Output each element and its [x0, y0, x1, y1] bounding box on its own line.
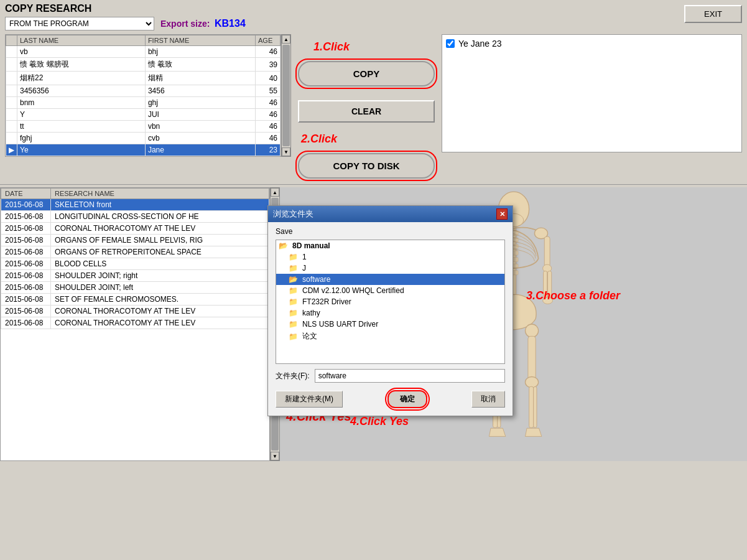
col-first-name: FIRST NAME: [145, 35, 255, 46]
svg-rect-13: [544, 236, 550, 266]
row-date: 2015-06-08: [1, 199, 51, 211]
research-scroll-down[interactable]: ▼: [271, 452, 279, 460]
tree-item[interactable]: 📁NLS USB UART Driver: [276, 319, 504, 330]
row-research-name: CORONAL THORACOTOMY AT THE LEV: [51, 306, 269, 317]
col-date: DATE: [1, 189, 51, 199]
folder-icon: 📁: [289, 332, 298, 341]
row-research-name: ORGANS OF RETROPERITONEAL SPACE: [51, 246, 269, 258]
row-research-name: SET OF FEMALE CHROMOSOMES.: [51, 294, 269, 306]
cancel-button[interactable]: 取消: [471, 391, 505, 408]
row-last-name: Ye: [17, 144, 146, 156]
research-row[interactable]: 2015-06-08 ORGANS OF RETROPERITONEAL SPA…: [1, 246, 269, 258]
tree-item[interactable]: 📁kathy: [276, 307, 504, 319]
copy-button[interactable]: COPY: [298, 61, 435, 86]
folder-name: CDM v2.12.00 WHQL Certified: [302, 286, 404, 295]
research-row[interactable]: 2015-06-08 SHOULDER JOINT; left: [1, 282, 269, 294]
tree-item[interactable]: 📁论文: [276, 330, 504, 343]
copy-button-oval: COPY: [295, 58, 437, 89]
folder-label: 文件夹(F):: [276, 371, 310, 381]
patient-row[interactable]: Y JUI 46: [6, 109, 281, 121]
row-research-name: SKELETON front: [51, 199, 269, 211]
exit-button[interactable]: EXIT: [684, 5, 742, 23]
folder-name: FT232R Driver: [302, 297, 351, 306]
patient-checkbox[interactable]: [446, 39, 455, 48]
confirm-button[interactable]: 确定: [387, 390, 427, 408]
row-arrow: [6, 121, 17, 133]
row-age: 46: [256, 109, 281, 121]
patient-row[interactable]: vb bhj 46: [6, 46, 281, 58]
tree-item[interactable]: 📁CDM v2.12.00 WHQL Certified: [276, 285, 504, 296]
row-date: 2015-06-08: [1, 223, 51, 235]
row-research-name: SHOULDER JOINT; left: [51, 282, 269, 294]
row-date: 2015-06-08: [1, 294, 51, 306]
patient-row[interactable]: ▶ Ye Jane 23: [6, 144, 281, 156]
patient-row[interactable]: bnm ghj 46: [6, 97, 281, 109]
row-arrow: [6, 72, 17, 85]
folder-icon: 📂: [279, 241, 288, 250]
research-row[interactable]: 2015-06-08 SET OF FEMALE CHROMOSOMES.: [1, 294, 269, 306]
row-first-name: cvb: [145, 133, 255, 144]
scroll-up-btn[interactable]: ▲: [282, 35, 290, 44]
patient-row[interactable]: tt vbn 46: [6, 121, 281, 133]
clear-button[interactable]: CLEAR: [298, 100, 435, 123]
research-row[interactable]: 2015-06-08 SHOULDER JOINT; right: [1, 270, 269, 282]
tree-item[interactable]: 📂8D manual: [276, 240, 504, 251]
dialog-title: 浏览文件夹: [273, 208, 313, 220]
research-row[interactable]: 2015-06-08 LONGITUDINAL CROSS-SECTION OF…: [1, 211, 269, 223]
step3-annotation: 3.Choose a folder: [526, 289, 620, 302]
folder-icon: 📁: [289, 309, 298, 317]
row-first-name: vbn: [145, 121, 255, 133]
folder-name: 论文: [302, 331, 317, 342]
row-research-name: ORGANS OF FEMALE SMALL PELVIS, RIG: [51, 235, 269, 246]
copy-to-disk-oval: COPY TO DISK: [295, 151, 437, 181]
row-age: 40: [256, 72, 281, 85]
row-last-name: vb: [17, 46, 146, 58]
research-scroll-up[interactable]: ▲: [271, 188, 279, 197]
patient-row[interactable]: fghj cvb 46: [6, 133, 281, 144]
scroll-thumb[interactable]: [282, 45, 290, 146]
row-arrow: [6, 58, 17, 72]
folder-name: software: [302, 275, 330, 284]
row-research-name: CORONAL THORACOTOMY AT THE LEV: [51, 317, 269, 329]
research-row[interactable]: 2015-06-08 CORONAL THORACOTOMY AT THE LE…: [1, 223, 269, 235]
folder-icon: 📁: [289, 253, 298, 261]
dialog-save-label: Save: [276, 227, 505, 236]
patient-row[interactable]: 愦 羲致 螺膀覗 愦 羲致 39: [6, 58, 281, 72]
row-arrow: [6, 85, 17, 97]
row-last-name: tt: [17, 121, 146, 133]
tree-item[interactable]: 📂software: [276, 274, 504, 285]
tree-item[interactable]: 📁J: [276, 263, 504, 274]
tree-item[interactable]: 📁FT232R Driver: [276, 296, 504, 307]
research-row[interactable]: 2015-06-08 CORONAL THORACOTOMY AT THE LE…: [1, 317, 269, 329]
patient-row[interactable]: 3456356 3456 55: [6, 85, 281, 97]
row-age: 23: [256, 144, 281, 156]
row-date: 2015-06-08: [1, 235, 51, 246]
col-last-name: LAST NAME: [17, 35, 146, 46]
svg-point-23: [525, 324, 538, 337]
research-row[interactable]: 2015-06-08 BLOOD CELLS: [1, 258, 269, 270]
col-age: AGE: [256, 35, 281, 46]
dialog-close-button[interactable]: ✕: [496, 208, 508, 220]
program-dropdown[interactable]: FROM THE PROGRAM: [5, 17, 154, 30]
research-row[interactable]: 2015-06-08 ORGANS OF FEMALE SMALL PELVIS…: [1, 235, 269, 246]
file-tree[interactable]: 📂8D manual📁1📁J📂software📁CDM v2.12.00 WHQ…: [276, 240, 505, 364]
row-last-name: 3456356: [17, 85, 146, 97]
research-row[interactable]: 2015-06-08 CORONAL THORACOTOMY AT THE LE…: [1, 306, 269, 317]
tree-item[interactable]: 📁1: [276, 251, 504, 263]
row-arrow: [6, 109, 17, 121]
scroll-down-btn[interactable]: ▼: [282, 147, 290, 156]
row-age: 46: [256, 46, 281, 58]
row-date: 2015-06-08: [1, 306, 51, 317]
patient-table: LAST NAME FIRST NAME AGE vb bhj 46 愦 羲致 …: [6, 35, 281, 156]
row-last-name: bnm: [17, 97, 146, 109]
research-row[interactable]: 2015-06-08 SKELETON front: [1, 199, 269, 211]
new-folder-button[interactable]: 新建文件夹(M): [276, 391, 343, 408]
row-research-name: CORONAL THORACOTOMY AT THE LEV: [51, 223, 269, 235]
confirm-button-oval: 确定: [385, 388, 430, 411]
row-arrow: [6, 97, 17, 109]
patient-row[interactable]: 烟精22 烟精 40: [6, 72, 281, 85]
folder-input[interactable]: [315, 369, 505, 383]
patient-scrollbar[interactable]: ▲ ▼: [281, 34, 291, 157]
copy-to-disk-button[interactable]: COPY TO DISK: [298, 153, 435, 179]
row-first-name: bhj: [145, 46, 255, 58]
